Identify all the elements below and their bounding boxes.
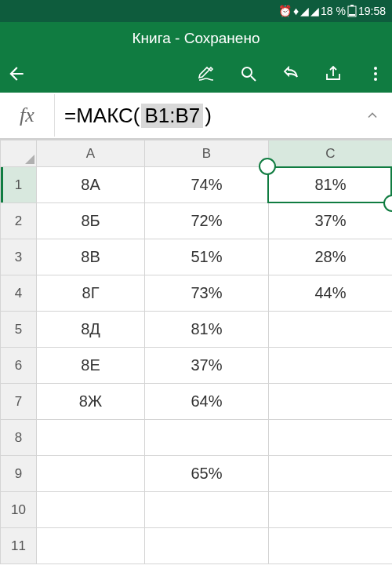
col-header-c[interactable]: C (269, 140, 393, 167)
svg-point-5 (374, 67, 377, 70)
battery-text: 18 % (321, 5, 346, 17)
row-header[interactable]: 8 (1, 420, 37, 456)
fx-label[interactable]: fx (0, 94, 55, 137)
cell[interactable] (145, 492, 269, 528)
select-all-corner[interactable] (1, 140, 37, 167)
cell[interactable]: 72% (145, 203, 269, 239)
svg-point-6 (374, 72, 377, 75)
cell[interactable] (269, 348, 393, 384)
col-header-b[interactable]: B (145, 140, 269, 167)
signal-icon: ◢ (310, 5, 319, 17)
row-header[interactable]: 7 (1, 384, 37, 420)
svg-point-3 (242, 67, 252, 77)
signal-icon: ◢ (300, 5, 309, 17)
grid-table: A B C 1 8А 74% 81% 2 8Б 72% 37% 3 8В 51% (0, 140, 392, 564)
draw-icon[interactable] (196, 64, 216, 84)
search-icon[interactable] (238, 64, 259, 84)
row-header[interactable]: 9 (1, 456, 37, 492)
svg-rect-2 (349, 14, 355, 16)
cell[interactable]: 8А (37, 167, 145, 203)
svg-line-4 (251, 76, 256, 81)
cell[interactable]: 8Б (37, 203, 145, 239)
cell[interactable]: 37% (269, 203, 393, 239)
app-header: Книга - Сохранено (0, 22, 392, 93)
cell[interactable] (37, 456, 145, 492)
formula-bar: fx =МАКС( B1:B7 ) (0, 93, 392, 140)
cell[interactable]: 74% (145, 167, 269, 203)
cell[interactable]: 28% (269, 239, 393, 275)
cell[interactable]: 44% (269, 275, 393, 312)
cell[interactable]: 8В (37, 239, 145, 275)
android-status-bar: ⏰ ♦ ◢ ◢ 18 % 19:58 (0, 0, 392, 22)
cell[interactable] (269, 492, 393, 528)
cell[interactable] (37, 420, 145, 456)
cell[interactable] (37, 528, 145, 564)
svg-point-7 (374, 78, 377, 81)
cell-selected[interactable]: 81% (269, 167, 393, 203)
row-header[interactable]: 10 (1, 492, 37, 528)
row-header[interactable]: 5 (1, 312, 37, 348)
clock-text: 19:58 (358, 5, 386, 17)
title-text: Книга - Сохранено (132, 30, 260, 47)
col-header-a[interactable]: A (37, 140, 145, 167)
row-header[interactable]: 11 (1, 528, 37, 564)
cell[interactable] (269, 456, 393, 492)
formula-prefix: =МАКС( (64, 104, 140, 128)
row-header[interactable]: 2 (1, 203, 37, 239)
back-button[interactable] (6, 64, 27, 84)
formula-suffix: ) (205, 104, 212, 128)
row-header[interactable]: 4 (1, 275, 37, 312)
cell[interactable] (269, 528, 393, 564)
cell[interactable]: 65% (145, 456, 269, 492)
toolbar (0, 55, 392, 93)
cell[interactable]: 8Ж (37, 384, 145, 420)
more-icon[interactable] (365, 64, 386, 84)
alarm-icon: ⏰ (278, 5, 292, 17)
cell[interactable]: 73% (145, 275, 269, 312)
collapse-formula-icon[interactable] (353, 108, 392, 123)
row-header[interactable]: 1 (1, 167, 37, 203)
formula-input[interactable]: =МАКС( B1:B7 ) (55, 104, 353, 128)
cell[interactable]: 8Г (37, 275, 145, 312)
cell[interactable]: 81% (145, 312, 269, 348)
cell[interactable] (269, 312, 393, 348)
cell[interactable] (269, 384, 393, 420)
formula-range: B1:B7 (141, 104, 203, 128)
cell[interactable] (145, 528, 269, 564)
cell[interactable] (37, 492, 145, 528)
svg-rect-1 (350, 5, 354, 6)
document-title: Книга - Сохранено (0, 22, 392, 55)
cell[interactable]: 8Е (37, 348, 145, 384)
status-icons: ⏰ ♦ ◢ ◢ 18 % 19:58 (278, 5, 386, 17)
undo-icon[interactable] (281, 64, 301, 84)
spreadsheet[interactable]: A B C 1 8А 74% 81% 2 8Б 72% 37% 3 8В 51% (0, 140, 392, 564)
cell[interactable]: 51% (145, 239, 269, 275)
cell[interactable]: 8Д (37, 312, 145, 348)
cell[interactable] (269, 420, 393, 456)
grid-body: 1 8А 74% 81% 2 8Б 72% 37% 3 8В 51% 28% 4… (1, 167, 393, 564)
cell[interactable] (145, 420, 269, 456)
wifi-icon: ♦ (293, 5, 299, 17)
row-header[interactable]: 6 (1, 348, 37, 384)
share-icon[interactable] (323, 64, 343, 84)
cell[interactable]: 37% (145, 348, 269, 384)
battery-icon (347, 5, 357, 17)
row-header[interactable]: 3 (1, 239, 37, 275)
cell[interactable]: 64% (145, 384, 269, 420)
